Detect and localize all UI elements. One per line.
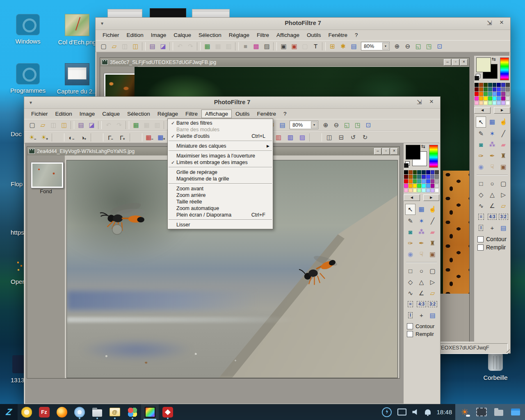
select-polygon-tool[interactable]: ∠ bbox=[416, 288, 427, 298]
contour-checkbox[interactable] bbox=[477, 236, 484, 242]
combo-dropdown-icon[interactable]: ▾ bbox=[311, 121, 317, 128]
transparency-icon[interactable]: ▨ bbox=[261, 42, 272, 51]
select-triangle-tool[interactable]: △ bbox=[416, 277, 427, 287]
color-cell[interactable] bbox=[431, 175, 435, 179]
redo-icon[interactable]: ↷ bbox=[185, 42, 196, 51]
zoom-select[interactable]: 80% ▾ bbox=[361, 42, 390, 50]
chromium-icon[interactable] bbox=[71, 404, 88, 420]
volume-icon[interactable] bbox=[412, 409, 419, 415]
ratio-equal-tool[interactable]: = bbox=[476, 212, 486, 222]
line-tool[interactable]: ╱ bbox=[427, 216, 438, 226]
color-cell[interactable] bbox=[422, 175, 426, 179]
eraser-tool[interactable]: ▰ bbox=[427, 227, 438, 237]
display-icon[interactable] bbox=[397, 409, 406, 415]
save-icon[interactable]: ◫ bbox=[119, 42, 130, 51]
print-icon[interactable]: ▤ bbox=[147, 42, 158, 51]
modules-icon[interactable]: ▤ bbox=[348, 42, 359, 51]
image-new-icon[interactable]: ▦ bbox=[202, 42, 212, 51]
foreground-color-swatch[interactable] bbox=[476, 57, 491, 72]
selection-options-tool[interactable]: ▤ bbox=[427, 310, 438, 320]
color-cell[interactable] bbox=[417, 170, 421, 174]
gamma-plus-icon[interactable]: Γ+ bbox=[116, 133, 128, 142]
color-cell[interactable] bbox=[426, 175, 430, 179]
brightness-plus-icon[interactable]: ☀+ bbox=[39, 133, 50, 142]
color-cell[interactable] bbox=[404, 175, 408, 179]
menu-option[interactable]: Miniature des calques ▶ bbox=[168, 143, 273, 149]
color-cell[interactable] bbox=[484, 87, 488, 91]
palette-scroll-left-button[interactable]: ◀ bbox=[404, 194, 420, 201]
firefox-icon[interactable] bbox=[53, 404, 71, 420]
pan-tool[interactable]: ☝ bbox=[498, 116, 509, 127]
select-right-triangle-tool[interactable]: ▷ bbox=[498, 189, 509, 200]
close-icon[interactable]: × bbox=[497, 18, 506, 27]
blur-tool[interactable]: ◉ bbox=[405, 249, 415, 259]
select-triangle-tool[interactable]: △ bbox=[487, 189, 497, 200]
menu-option[interactable] bbox=[169, 151, 272, 151]
smudge-tool[interactable]: ☟ bbox=[487, 162, 497, 172]
magic-wand-tool[interactable]: ✶ bbox=[487, 128, 497, 139]
ratio-equal-tool[interactable]: = bbox=[405, 299, 415, 309]
artistic-tool[interactable]: ▣ bbox=[427, 249, 438, 259]
clone-stamp-tool[interactable]: ♜ bbox=[498, 151, 509, 161]
manual-selection-tool[interactable]: + bbox=[416, 310, 427, 320]
text-icon[interactable]: T bbox=[310, 42, 321, 51]
menu-item[interactable]: Outils bbox=[232, 110, 253, 118]
color-cell[interactable] bbox=[493, 87, 497, 91]
automate-icon[interactable]: ■ bbox=[240, 42, 251, 51]
select-rectangle-tool[interactable]: □ bbox=[405, 266, 415, 276]
eyedropper-tool[interactable]: ✎ bbox=[405, 216, 415, 226]
folder-window-icon[interactable] bbox=[491, 404, 507, 420]
desktop-icon-label[interactable]: Doc bbox=[11, 130, 24, 137]
save-copy-icon[interactable]: ◫ bbox=[59, 121, 69, 130]
layer-manager-tool[interactable]: ▦ bbox=[416, 204, 427, 214]
color-cell[interactable] bbox=[501, 92, 505, 96]
color-cell[interactable] bbox=[404, 179, 408, 183]
redo-icon[interactable]: ↷ bbox=[114, 121, 124, 130]
scan-icon[interactable]: ◪ bbox=[86, 121, 97, 130]
color-cell[interactable] bbox=[501, 87, 505, 91]
menu-item[interactable]: Réglage bbox=[225, 31, 253, 39]
color-cell[interactable] bbox=[431, 188, 435, 192]
zoom-in-icon[interactable]: ⊕ bbox=[392, 42, 402, 51]
color-cell[interactable] bbox=[488, 87, 492, 91]
notifications-bell-icon[interactable] bbox=[425, 409, 431, 415]
brightness-minus-icon[interactable]: ☀− bbox=[27, 133, 39, 142]
color-cell[interactable] bbox=[497, 87, 501, 91]
color-cell[interactable] bbox=[422, 179, 426, 183]
menu-option[interactable] bbox=[169, 219, 272, 220]
airbrush-tool[interactable]: ⁂ bbox=[487, 139, 497, 150]
color-cell[interactable] bbox=[413, 175, 417, 179]
menu-item[interactable]: Image bbox=[147, 31, 170, 39]
menu-option[interactable]: Taille réelle bbox=[168, 199, 273, 205]
menu-item[interactable]: Filtre bbox=[182, 110, 201, 118]
open-icon[interactable]: ▱ bbox=[37, 121, 48, 130]
desktop-icon[interactable]: Col d'Ech.png bbox=[52, 11, 102, 60]
color-cell[interactable] bbox=[431, 184, 435, 188]
menu-option[interactable]: ✓ Palette d'outils Ctrl+L bbox=[168, 133, 273, 139]
color-cell[interactable] bbox=[475, 92, 479, 96]
trash-icon[interactable]: Corbeille bbox=[472, 354, 519, 381]
color-cell[interactable] bbox=[501, 83, 505, 87]
ratio-1-1-tool[interactable]: I bbox=[405, 310, 415, 320]
color-cell[interactable] bbox=[475, 96, 479, 100]
remplir-checkbox[interactable] bbox=[407, 331, 413, 337]
color-cell[interactable] bbox=[484, 92, 488, 96]
zorin-menu-icon[interactable]: Z bbox=[0, 404, 18, 420]
rotate-right-icon[interactable]: ↻ bbox=[359, 133, 371, 142]
power-icon[interactable] bbox=[382, 407, 392, 417]
color-cell[interactable] bbox=[484, 101, 488, 105]
menu-option[interactable]: ✓ Barre des filtres bbox=[168, 120, 273, 126]
pan-tool[interactable]: ☝ bbox=[427, 204, 438, 214]
color-cell[interactable] bbox=[497, 92, 501, 96]
tools-icon[interactable]: ✱ bbox=[338, 42, 348, 51]
playonlinux-icon[interactable] bbox=[123, 404, 141, 420]
menu-item[interactable]: Fenêtre bbox=[253, 110, 280, 118]
fit-image-icon[interactable]: ◱ bbox=[413, 42, 424, 51]
contrast-plus-icon[interactable]: ◑+ bbox=[78, 133, 89, 142]
combo-dropdown-icon[interactable]: ▾ bbox=[382, 43, 389, 50]
minimize-icon[interactable]: – bbox=[374, 148, 381, 155]
flip-horizontal-icon[interactable]: ◫ bbox=[323, 133, 335, 142]
brush-tool[interactable]: ✑ bbox=[405, 238, 415, 248]
zoom-select[interactable]: 80% ▾ bbox=[290, 121, 318, 129]
ratio-3-2-tool[interactable]: 3:2 bbox=[498, 212, 509, 222]
